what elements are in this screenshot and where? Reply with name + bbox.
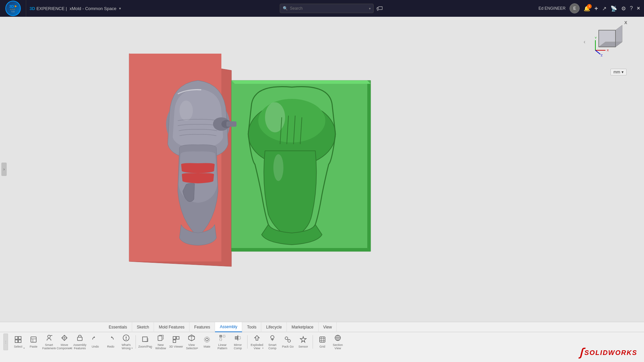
add-icon[interactable]: + [594, 5, 598, 12]
tag-icon[interactable]: 🏷 [376, 5, 383, 12]
toolbar-btn-icon [76, 334, 84, 343]
toolbar-btn-new-window[interactable]: New Window [153, 334, 168, 350]
svg-point-38 [48, 335, 50, 338]
help-icon[interactable]: ? [630, 5, 633, 11]
toolbar-btn-section-view[interactable]: Section View [330, 334, 345, 350]
toolbar-btn-label: Mirror Comp [230, 344, 245, 350]
toolbar-btn-whats-wrong[interactable]: What's Wrong ▾ [119, 334, 133, 350]
tab-sketch[interactable]: Sketch [132, 322, 154, 332]
toolbar-btn-dropdown-arrow: ▾ [131, 347, 133, 350]
toolbar-btn-mate[interactable]: Mate [200, 334, 214, 350]
svg-rect-50 [176, 337, 179, 339]
toolbar-btn-mirror-comp[interactable]: Mirror Comp [230, 334, 245, 350]
svg-marker-5 [367, 80, 371, 251]
svg-rect-51 [173, 340, 176, 343]
units-dropdown-arrow: ▾ [622, 70, 624, 74]
avatar[interactable]: E [570, 3, 580, 13]
svg-point-62 [271, 336, 274, 339]
toolbar-btn-smart-comp[interactable]: Smart Comp [265, 334, 280, 350]
toolbar-btn-exploded-view[interactable]: Exploded View ▾ [250, 334, 264, 350]
svg-rect-19 [226, 121, 236, 127]
toolbar-btn-smart-fasteners[interactable]: Smart Fasteners ▾ [42, 334, 56, 350]
toolbar-btn-select[interactable]: Select ▾ [11, 334, 25, 350]
topbar: 3D ▶ EXP V.8 3D EXPERIENCE | xMold - Com… [0, 0, 644, 17]
svg-rect-47 [143, 337, 147, 342]
toolbar-btn-label: Zoom/Pan [138, 345, 152, 349]
notification-badge: 1 [587, 4, 592, 9]
toolbar-btn-undo[interactable]: Undo [88, 334, 103, 350]
svg-rect-61 [238, 337, 240, 339]
toolbar-btn-label: Mate [204, 345, 210, 349]
window-close-icon[interactable]: × [637, 5, 640, 11]
search-input[interactable] [290, 6, 367, 11]
toolbar-btn-icon [318, 336, 326, 345]
toolbar-separator-16 [247, 335, 248, 349]
tabs-row: EssentialsSketchMold FeaturesFeaturesAss… [0, 322, 644, 332]
svg-line-27 [595, 50, 600, 54]
share-icon[interactable]: ↗ [602, 5, 606, 12]
svg-rect-67 [320, 337, 325, 342]
toolbar-btn-icon [30, 336, 38, 345]
toolbar-btn-zoom/pan[interactable]: Zoom/Pan ▾ [138, 334, 153, 350]
svg-point-55 [204, 337, 210, 342]
tab-features[interactable]: Features [190, 322, 215, 332]
svg-point-20 [179, 101, 193, 121]
toolbar-btn-assembly-features[interactable]: Assembly Features [72, 334, 87, 350]
toolbar-btn-pack-go[interactable]: Pack Go [280, 334, 295, 350]
toolbar-btn-icon [91, 336, 99, 345]
tab-view[interactable]: View [319, 322, 337, 332]
svg-text:Z: Z [601, 54, 603, 57]
search-dropdown-icon[interactable]: ▾ [369, 7, 371, 10]
svg-point-11 [273, 154, 283, 181]
broadcast-icon[interactable]: 📡 [610, 5, 617, 12]
tab-essentials[interactable]: Essentials [104, 322, 132, 332]
toolbar-row: ⋮ Select ▾ Paste Smart Fasteners ▾ Move … [0, 332, 644, 352]
toolbar-btn-icon [60, 334, 68, 343]
toolbar-btn-linear-pattern[interactable]: Linear Pattern [215, 334, 230, 350]
svg-text:X: X [607, 49, 609, 52]
svg-rect-56 [220, 335, 222, 337]
toolbar-btn-label: Select [14, 345, 22, 349]
units-dropdown[interactable]: mm ▾ [610, 69, 627, 75]
toolbar-btn-view-selector[interactable]: View Selector ▾ [184, 334, 199, 350]
toolbar-btn-paste[interactable]: Paste [26, 334, 41, 350]
toolbar-btn-label: 3D Viewer [169, 345, 183, 349]
toolbar-btn-dropdown-arrow: ▾ [151, 347, 152, 350]
tab-lifecycle[interactable]: Lifecycle [261, 322, 287, 332]
orientation-widget: X ‹ X Y Z [584, 20, 627, 64]
toolbar-btn-icon [234, 334, 242, 343]
toolbar-btn-label: Sensor [299, 345, 308, 349]
app-logo[interactable]: 3D ▶ EXP V.8 [0, 0, 26, 17]
toolbar-btn-move-component[interactable]: Move Component ▾ [57, 334, 72, 350]
title-experience-text: EXPERIENCE | [37, 6, 67, 11]
toolbar-btn-grid[interactable]: Grid [315, 334, 330, 350]
toolbar-separator-8 [136, 335, 136, 349]
model-svg [0, 17, 644, 322]
tools-icon[interactable]: ⚙ [621, 5, 626, 12]
toolbar-btn-3d-viewer[interactable]: 3D Viewer [169, 334, 183, 350]
toolbar-btn-label: Section View [330, 344, 345, 350]
toolbar-btn-icon [14, 336, 22, 345]
toolbar-btn-icon [141, 336, 149, 345]
toolbar-btn-icon [122, 334, 130, 343]
toolbar-btn-redo[interactable]: Redo [103, 334, 118, 350]
toolbar-pull-handle[interactable]: ⋮ [3, 334, 8, 350]
tab-marketplace[interactable]: Marketplace [287, 322, 318, 332]
toolbar-btn-dropdown-arrow: ▾ [70, 347, 71, 350]
toolbar-btn-sensor[interactable]: Sensor [296, 334, 311, 350]
toolbar-btn-icon [218, 334, 226, 343]
nav-chevron-left[interactable]: › [1, 163, 7, 176]
toolbar-btn-label: Paste [30, 345, 37, 349]
user-name-label: Ed ENGINEER [539, 6, 566, 11]
svg-point-46 [126, 339, 127, 340]
tab-tools[interactable]: Tools [242, 322, 261, 332]
solidworks-logo: ʃ SOLIDWORKS [579, 347, 637, 358]
svg-rect-35 [31, 337, 36, 342]
notifications-icon[interactable]: 🔔 1 [584, 5, 590, 12]
toolbar-btn-icon [268, 334, 276, 343]
orientation-collapse-icon[interactable]: ‹ [584, 39, 585, 45]
search-icon: 🔍 [283, 6, 288, 11]
tab-assembly[interactable]: Assembly [215, 322, 242, 332]
title-dropdown-arrow[interactable]: ▾ [119, 6, 121, 11]
tab-mold-features[interactable]: Mold Features [154, 322, 190, 332]
